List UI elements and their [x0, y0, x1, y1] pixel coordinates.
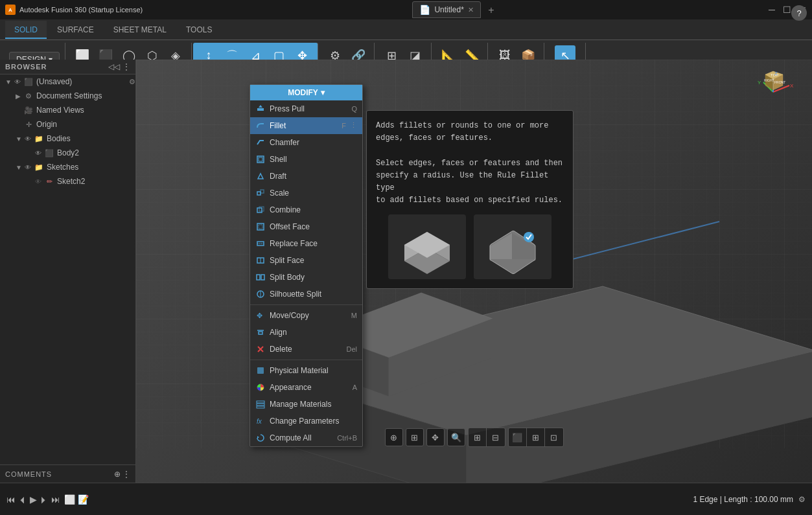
menu-item-delete[interactable]: Delete Del	[250, 341, 362, 358]
menu-item-manage-materials[interactable]: Manage Materials	[250, 396, 362, 413]
tree-item-named-views[interactable]: ▶ 🎥 Named Views	[0, 103, 135, 117]
modify-dropdown-menu: MODIFY ▾ Press Pull Q Fillet F ⋮ Chamfer…	[249, 84, 363, 447]
draft-icon	[255, 171, 266, 181]
chamfer-icon	[255, 137, 266, 148]
tab-tools[interactable]: TOOLS	[177, 21, 221, 39]
viewport-view-icon-2[interactable]: ⊟	[487, 428, 505, 446]
maximize-button[interactable]: ☐	[783, 5, 791, 15]
tree-item-unsaved[interactable]: ▼ 👁 ⬛ (Unsaved) ⚙	[0, 74, 135, 89]
menu-item-silhouette-split[interactable]: Silhouette Split	[250, 286, 362, 303]
viewport-fit-icon[interactable]: ⊕	[385, 428, 403, 446]
viewport-orbit-icon[interactable]: ⊞	[406, 428, 424, 446]
menu-item-physical-material[interactable]: Physical Material	[250, 362, 362, 379]
menu-item-replace-face[interactable]: Replace Face	[250, 235, 362, 252]
statusbar: ⏮ ⏴ ▶ ⏵ ⏭ ⬜ 📝 1 Edge | Length : 100.00 m…	[0, 483, 812, 515]
tree-item-sketch2[interactable]: ▶ 👁 ✏ Sketch2	[0, 174, 135, 189]
toolbar-tab-row: SOLID SURFACE SHEET METAL TOOLS	[0, 19, 812, 40]
tree-label-bodies: Bodies	[47, 134, 71, 143]
tree-item-sketches[interactable]: ▼ 👁 📁 Sketches	[0, 160, 135, 174]
timeline-icon-2[interactable]: 📝	[78, 494, 89, 505]
tree-eye-sketches[interactable]: 👁	[23, 163, 32, 172]
playback-skip-start-icon[interactable]: ⏮	[6, 494, 16, 505]
menu-item-appearance[interactable]: Appearance A	[250, 379, 362, 396]
tab-sheet-metal[interactable]: SHEET METAL	[104, 21, 176, 39]
tree-eye-bodies[interactable]: 👁	[23, 134, 32, 143]
menu-item-align[interactable]: Align	[250, 324, 362, 341]
svg-rect-41	[259, 332, 262, 334]
svg-rect-26	[261, 190, 264, 193]
menu-label-move-copy: Move/Copy	[270, 311, 347, 320]
browser-menu-icon[interactable]: ⋮	[122, 62, 130, 71]
menu-shortcut-appearance: A	[353, 383, 357, 391]
svg-marker-56	[490, 233, 512, 259]
menu-item-split-body[interactable]: Split Body	[250, 269, 362, 286]
playback-play-icon[interactable]: ▶	[30, 494, 37, 505]
gizmo-svg: X Y Z TOP FRONT RIGHT	[747, 66, 799, 118]
menu-item-offset-face[interactable]: Offset Face	[250, 218, 362, 235]
svg-rect-48	[257, 406, 264, 408]
tree-eye-unsaved[interactable]: 👁	[13, 77, 22, 86]
tree-arrow-body2: ▶	[26, 150, 34, 157]
menu-item-combine[interactable]: Combine	[250, 201, 362, 218]
svg-text:TOP: TOP	[771, 73, 778, 77]
combine-icon	[255, 205, 266, 215]
tree-arrow-unsaved: ▼	[5, 78, 13, 86]
menu-item-press-pull[interactable]: Press Pull Q	[250, 100, 362, 117]
menu-divider-1	[250, 304, 362, 305]
tree-item-origin[interactable]: ▶ ✛ Origin	[0, 117, 135, 132]
menu-item-scale[interactable]: Scale	[250, 185, 362, 201]
modify-menu-header[interactable]: MODIFY ▾	[250, 85, 362, 100]
tree-label-sketches: Sketches	[47, 163, 78, 172]
doc-tab[interactable]: 📄 Untitled* ✕	[412, 1, 480, 18]
svg-rect-30	[259, 225, 262, 229]
settings-icon[interactable]: ⚙	[798, 495, 806, 504]
tree-eye-sketch2[interactable]: 👁	[34, 177, 43, 186]
fillet-icon	[255, 120, 266, 131]
browser-expand-icon[interactable]: ◁◁	[108, 62, 120, 71]
menu-item-move-copy[interactable]: ✥ Move/Copy M	[250, 307, 362, 324]
playback-prev-icon[interactable]: ⏴	[18, 494, 27, 505]
box-plain-svg	[398, 225, 456, 274]
tab-solid[interactable]: SOLID	[5, 21, 47, 39]
menu-item-shell[interactable]: Shell	[250, 151, 362, 168]
tree-item-doc-settings[interactable]: ▶ ⚙ Document Settings	[0, 89, 135, 103]
menu-item-change-parameters[interactable]: fx Change Parameters	[250, 413, 362, 429]
move-copy-icon: ✥	[255, 310, 266, 321]
tree-icon-unsaved: ⬛	[23, 76, 34, 87]
svg-marker-50	[257, 436, 259, 439]
tree-item-body2[interactable]: ▶ 👁 ⬛ Body2	[0, 146, 135, 160]
timeline-icon-1[interactable]: ⬜	[64, 494, 75, 505]
viewport-display-icon-1[interactable]: ⬛	[509, 428, 527, 446]
menu-label-compute-all: Compute All	[270, 433, 333, 442]
menu-item-fillet[interactable]: Fillet F ⋮	[250, 117, 362, 134]
tree-icon-doc-settings: ⚙	[23, 91, 34, 101]
menu-item-draft[interactable]: Draft	[250, 168, 362, 185]
viewport-view-icon-1[interactable]: ⊞	[469, 428, 487, 446]
menu-dots-fillet[interactable]: ⋮	[350, 121, 357, 130]
orientation-gizmo[interactable]: X Y Z TOP FRONT RIGHT	[747, 66, 799, 118]
viewport-display-icon-2[interactable]: ⊞	[527, 428, 545, 446]
tab-surface[interactable]: SURFACE	[48, 21, 103, 39]
viewport-zoom-icon[interactable]: 🔍	[447, 428, 465, 446]
menu-label-chamfer: Chamfer	[270, 138, 353, 147]
doc-close-icon[interactable]: ✕	[468, 6, 474, 14]
tree-arrow-doc-settings: ▶	[16, 93, 23, 100]
playback-skip-end-icon[interactable]: ⏭	[51, 494, 60, 505]
minimize-button[interactable]: ─	[769, 5, 775, 15]
menu-label-draft: Draft	[270, 172, 353, 181]
help-button[interactable]: ?	[791, 5, 807, 21]
new-tab-button[interactable]: +	[483, 3, 499, 18]
menu-label-replace-face: Replace Face	[270, 239, 353, 248]
add-comment-button[interactable]: ⊕ ⋮	[114, 470, 130, 479]
tree-icon-body2: ⬛	[44, 148, 54, 158]
tree-eye-body2[interactable]: 👁	[34, 148, 43, 157]
svg-rect-46	[257, 401, 264, 403]
menu-item-compute-all[interactable]: Compute All Ctrl+B	[250, 429, 362, 446]
tree-item-bodies[interactable]: ▼ 👁 📁 Bodies	[0, 132, 135, 146]
playback-next-icon[interactable]: ⏵	[40, 494, 49, 505]
viewport-display-icon-3[interactable]: ⊡	[545, 428, 563, 446]
menu-item-split-face[interactable]: Split Face	[250, 252, 362, 269]
tree-settings-icon[interactable]: ⚙	[129, 78, 135, 86]
viewport-pan-icon[interactable]: ✥	[426, 428, 445, 446]
menu-item-chamfer[interactable]: Chamfer	[250, 134, 362, 151]
